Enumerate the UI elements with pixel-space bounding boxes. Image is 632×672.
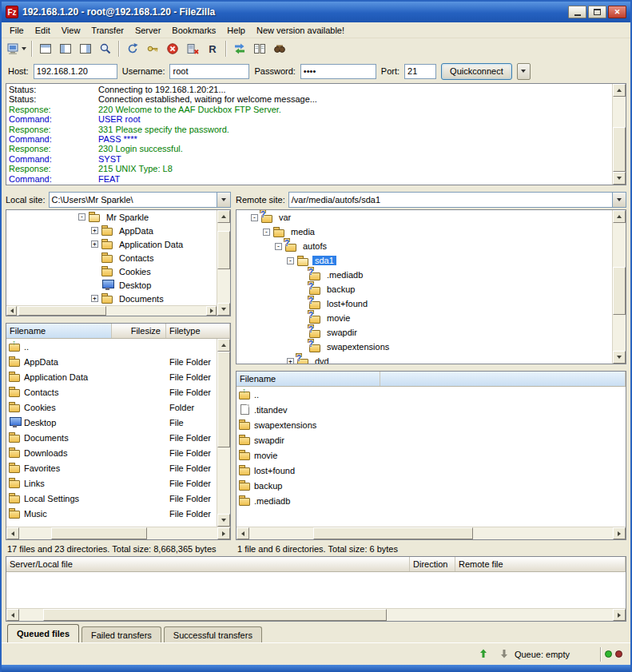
- local-tree-list-splitter[interactable]: [6, 316, 231, 323]
- tab-queued-files[interactable]: Queued files: [7, 624, 79, 642]
- scroll-thumb[interactable]: [217, 352, 230, 447]
- expander[interactable]: +: [91, 227, 98, 234]
- scroll-left-button[interactable]: [237, 527, 249, 539]
- file-row[interactable]: ContactsFile Folder: [6, 384, 217, 400]
- scroll-left-button[interactable]: [6, 527, 19, 539]
- scroll-up-button[interactable]: [217, 339, 230, 352]
- scroll-left-button[interactable]: [6, 609, 19, 621]
- tree-item[interactable]: -autofs: [237, 239, 612, 253]
- local-site-combo[interactable]: C:\Users\Mr Sparkle\: [49, 192, 231, 208]
- file-row[interactable]: lost+found: [237, 463, 626, 478]
- maximize-button[interactable]: [588, 6, 606, 18]
- scroll-thumb[interactable]: [613, 267, 626, 315]
- file-row[interactable]: DownloadsFile Folder: [6, 445, 217, 460]
- scroll-right-button[interactable]: [613, 527, 626, 539]
- scroll-right-button[interactable]: [206, 306, 217, 316]
- process-queue-button[interactable]: [143, 40, 162, 58]
- scroll-thumb[interactable]: [18, 306, 106, 316]
- quickconnect-button[interactable]: Quickconnect: [441, 63, 512, 80]
- combo-dropdown-icon[interactable]: [217, 193, 230, 207]
- expander[interactable]: -: [275, 243, 282, 250]
- menu-transfer[interactable]: Transfer: [85, 24, 129, 37]
- file-row[interactable]: ..: [6, 339, 217, 354]
- remote-site-combo[interactable]: /var/media/autofs/sda1: [288, 192, 626, 208]
- username-input[interactable]: [169, 64, 249, 79]
- scroll-thumb[interactable]: [51, 527, 147, 539]
- tree-item[interactable]: lost+found: [237, 296, 612, 311]
- menu-file[interactable]: File: [4, 24, 30, 37]
- expander[interactable]: -: [251, 214, 258, 221]
- menu-new-version[interactable]: New version available!: [251, 24, 350, 37]
- titlebar[interactable]: Fz 192.168.1.20 - root@192.168.1.20 - Fi…: [2, 2, 630, 22]
- file-row[interactable]: .mediadb: [237, 493, 626, 508]
- tree-item[interactable]: backup: [237, 282, 612, 296]
- file-row[interactable]: AppDataFile Folder: [6, 354, 217, 369]
- synchronized-browsing-button[interactable]: [250, 40, 269, 58]
- scroll-thumb[interactable]: [217, 231, 230, 269]
- column-header-filename[interactable]: Filename: [6, 324, 112, 338]
- quickconnect-dropdown-button[interactable]: [517, 63, 531, 80]
- tree-item[interactable]: movie: [237, 311, 612, 325]
- file-row[interactable]: DocumentsFile Folder: [6, 430, 217, 445]
- tree-item[interactable]: Cookies: [6, 264, 217, 278]
- scroll-up-button[interactable]: [613, 84, 626, 97]
- file-row[interactable]: FavoritesFile Folder: [6, 460, 217, 475]
- tree-item[interactable]: Desktop: [6, 278, 217, 292]
- find-files-button[interactable]: [270, 40, 289, 58]
- expander[interactable]: -: [263, 229, 270, 236]
- column-header-filetype[interactable]: Filetype: [166, 324, 230, 338]
- remote-tree-vscrollbar[interactable]: [612, 210, 626, 364]
- tree-item[interactable]: -media: [237, 225, 612, 239]
- minimize-button[interactable]: [568, 6, 586, 18]
- file-row[interactable]: .titandev: [237, 402, 626, 417]
- tree-item[interactable]: swapdir: [237, 325, 612, 340]
- scroll-thumb[interactable]: [613, 127, 626, 172]
- scroll-thumb[interactable]: [313, 527, 473, 539]
- scroll-right-button[interactable]: [217, 527, 230, 539]
- column-header-filesize[interactable]: Filesize: [112, 324, 166, 338]
- password-input[interactable]: [300, 64, 376, 79]
- port-input[interactable]: [404, 64, 436, 79]
- expander[interactable]: -: [287, 257, 294, 264]
- file-row[interactable]: Application DataFile Folder: [6, 369, 217, 384]
- reconnect-button[interactable]: R: [203, 40, 222, 58]
- scroll-left-button[interactable]: [6, 306, 17, 316]
- menu-edit[interactable]: Edit: [30, 24, 56, 37]
- file-row[interactable]: swapdir: [237, 432, 626, 447]
- cancel-button[interactable]: [163, 40, 182, 58]
- expander[interactable]: +: [287, 358, 294, 364]
- scroll-down-button[interactable]: [613, 172, 626, 185]
- menu-server[interactable]: Server: [129, 24, 166, 37]
- tree-item[interactable]: -sda1: [237, 253, 612, 268]
- tree-item[interactable]: Contacts: [6, 251, 217, 264]
- file-row[interactable]: ..: [237, 387, 626, 402]
- scroll-down-button[interactable]: [613, 351, 626, 364]
- toggle-transfer-queue-button[interactable]: [96, 40, 115, 58]
- local-tree-hscrollbar[interactable]: [6, 305, 217, 316]
- expander[interactable]: +: [91, 295, 98, 302]
- tree-item[interactable]: +Application Data: [6, 237, 217, 251]
- log-scrollbar[interactable]: [612, 84, 626, 185]
- scroll-down-button[interactable]: [217, 303, 230, 316]
- tree-item[interactable]: +AppData: [6, 224, 217, 237]
- tree-item[interactable]: +Documents: [6, 292, 217, 305]
- toggle-remote-tree-button[interactable]: [76, 40, 95, 58]
- file-row[interactable]: MusicFile Folder: [6, 506, 217, 521]
- tree-item[interactable]: swapextensions: [237, 340, 612, 354]
- menu-help[interactable]: Help: [221, 24, 251, 37]
- site-manager-button[interactable]: [5, 40, 28, 58]
- local-tree-vscrollbar[interactable]: [217, 210, 230, 316]
- tree-item[interactable]: +dvd: [237, 354, 612, 364]
- file-row[interactable]: CookiesFolder: [6, 400, 217, 415]
- local-list-vscrollbar[interactable]: [217, 339, 230, 527]
- local-list-hscrollbar[interactable]: [6, 527, 230, 539]
- toggle-message-log-button[interactable]: [36, 40, 55, 58]
- file-row[interactable]: swapextensions: [237, 417, 626, 432]
- tab-failed-transfers[interactable]: Failed transfers: [81, 626, 161, 642]
- disconnect-button[interactable]: [183, 40, 202, 58]
- column-header-direction[interactable]: Direction: [410, 557, 455, 571]
- expander[interactable]: -: [78, 213, 85, 221]
- tab-successful-transfers[interactable]: Successful transfers: [164, 626, 262, 642]
- remote-list-hscrollbar[interactable]: [237, 527, 626, 539]
- refresh-button[interactable]: [123, 40, 142, 58]
